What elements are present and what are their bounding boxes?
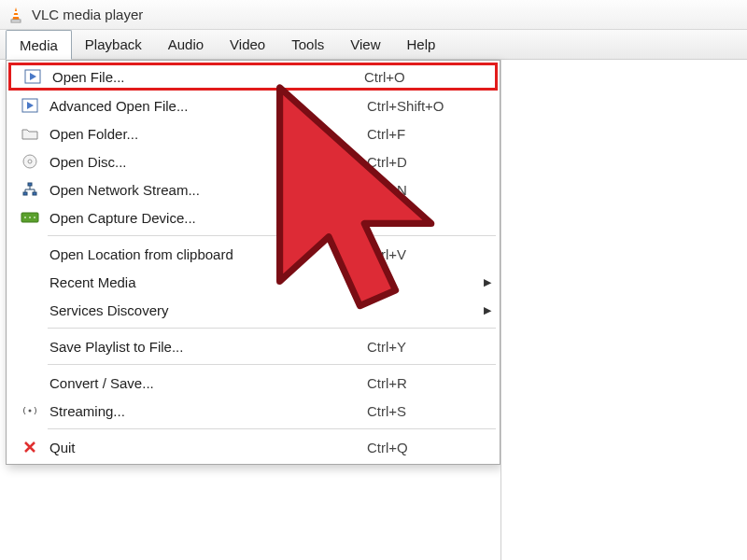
menuitem-shortcut: Ctrl+O xyxy=(364,69,476,85)
menuitem-open-folder[interactable]: Open Folder... Ctrl+F xyxy=(8,119,498,147)
menuitem-label: Open Capture Device... xyxy=(49,210,367,226)
menuitem-quit[interactable]: Quit Ctrl+Q xyxy=(8,433,498,461)
menubar-item-media[interactable]: Media xyxy=(6,30,72,60)
stream-icon xyxy=(10,404,49,417)
play-file-icon xyxy=(13,69,52,84)
menu-separator xyxy=(48,328,496,329)
menuitem-shortcut: Ctrl+Q xyxy=(367,440,479,455)
svg-rect-3 xyxy=(13,15,19,17)
svg-point-14 xyxy=(24,217,26,218)
menuitem-advanced-open-file[interactable]: Advanced Open File... Ctrl+Shift+O xyxy=(8,91,498,119)
svg-point-17 xyxy=(29,410,32,413)
svg-rect-1 xyxy=(11,20,21,22)
menuitem-open-disc[interactable]: Open Disc... Ctrl+D xyxy=(8,147,498,175)
menuitem-label: Recent Media xyxy=(49,274,367,290)
menu-separator xyxy=(48,235,496,236)
svg-point-15 xyxy=(29,217,31,218)
menubar-label: View xyxy=(350,36,380,52)
quit-icon xyxy=(10,441,49,454)
menubar-item-audio[interactable]: Audio xyxy=(155,30,217,59)
menuitem-shortcut: Ctrl+V xyxy=(367,246,479,262)
menuitem-label: Open Network Stream... xyxy=(49,182,367,198)
menuitem-label: Open Location from clipboard xyxy=(49,246,367,262)
menubar-label: Playback xyxy=(85,36,142,52)
menuitem-label: Quit xyxy=(49,440,367,455)
menuitem-open-file[interactable]: Open File... Ctrl+O xyxy=(8,63,498,91)
menubar: Media Playback Audio Video Tools View He… xyxy=(0,30,747,60)
svg-rect-12 xyxy=(33,192,36,195)
window-title: VLC media player xyxy=(32,7,143,22)
menubar-item-help[interactable]: Help xyxy=(393,30,448,59)
menuitem-label: Save Playlist to File... xyxy=(49,339,367,355)
menubar-label: Help xyxy=(406,36,435,52)
titlebar: VLC media player xyxy=(0,0,747,30)
menuitem-streaming[interactable]: Streaming... Ctrl+S xyxy=(8,397,498,425)
menuitem-shortcut: Ctrl+Y xyxy=(367,339,479,355)
submenu-arrow-icon: ▶ xyxy=(479,276,496,288)
menubar-item-view[interactable]: View xyxy=(337,30,393,59)
media-dropdown: Open File... Ctrl+O Advanced Open File..… xyxy=(6,60,500,465)
svg-point-9 xyxy=(28,160,32,163)
content-area xyxy=(500,60,747,560)
menubar-item-playback[interactable]: Playback xyxy=(72,30,155,59)
menuitem-open-capture-device[interactable]: Open Capture Device... Ctrl+C xyxy=(8,203,498,231)
play-file-icon xyxy=(10,98,49,113)
menuitem-convert-save[interactable]: Convert / Save... Ctrl+R xyxy=(8,369,498,397)
menuitem-label: Advanced Open File... xyxy=(49,98,367,114)
menuitem-shortcut: Ctrl+N xyxy=(367,182,479,198)
menuitem-label: Services Discovery xyxy=(49,302,367,318)
menubar-item-video[interactable]: Video xyxy=(217,30,278,59)
network-icon xyxy=(10,182,49,197)
menubar-label: Media xyxy=(20,37,58,53)
vlc-cone-icon xyxy=(7,7,24,23)
menuitem-label: Streaming... xyxy=(49,403,367,419)
menuitem-services-discovery[interactable]: Services Discovery ▶ xyxy=(8,296,498,324)
menuitem-shortcut: Ctrl+C xyxy=(367,210,479,226)
menuitem-open-network-stream[interactable]: Open Network Stream... Ctrl+N xyxy=(8,175,498,203)
menubar-label: Tools xyxy=(291,36,324,52)
menuitem-recent-media[interactable]: Recent Media ▶ xyxy=(8,268,498,296)
menuitem-open-location-clipboard[interactable]: Open Location from clipboard Ctrl+V xyxy=(8,240,498,268)
svg-point-16 xyxy=(34,217,35,218)
menuitem-label: Open Disc... xyxy=(49,154,367,170)
menu-separator xyxy=(48,364,496,365)
svg-rect-10 xyxy=(28,183,32,186)
menuitem-label: Open Folder... xyxy=(49,126,367,142)
menuitem-shortcut: Ctrl+F xyxy=(367,126,479,142)
menubar-label: Audio xyxy=(168,36,204,52)
menu-separator xyxy=(48,428,496,429)
menubar-item-tools[interactable]: Tools xyxy=(278,30,337,59)
svg-marker-0 xyxy=(12,7,20,21)
svg-rect-11 xyxy=(23,192,27,195)
menuitem-label: Open File... xyxy=(52,69,364,85)
svg-rect-2 xyxy=(14,11,18,13)
menuitem-shortcut: Ctrl+Shift+O xyxy=(367,98,479,114)
menuitem-shortcut: Ctrl+R xyxy=(367,375,479,391)
folder-icon xyxy=(10,127,49,140)
capture-icon xyxy=(10,211,49,224)
menuitem-save-playlist[interactable]: Save Playlist to File... Ctrl+Y xyxy=(8,332,498,360)
menuitem-shortcut: Ctrl+D xyxy=(367,154,479,170)
menubar-label: Video xyxy=(230,36,265,52)
menuitem-label: Convert / Save... xyxy=(49,375,367,391)
menuitem-shortcut: Ctrl+S xyxy=(367,403,479,419)
submenu-arrow-icon: ▶ xyxy=(479,304,496,316)
disc-icon xyxy=(10,153,49,170)
